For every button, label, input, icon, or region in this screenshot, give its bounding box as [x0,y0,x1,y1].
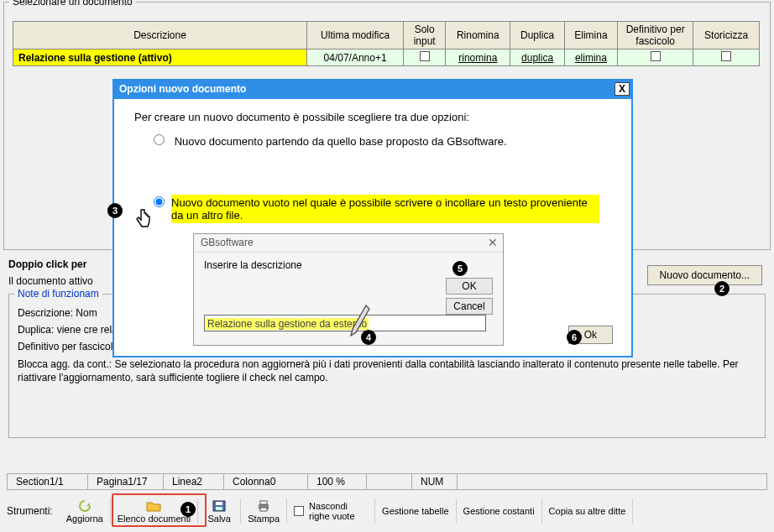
dialog1-title-text: Opzioni nuovo documento [119,83,246,95]
th-duplica: Duplica [510,22,564,50]
gestione-costanti-button[interactable]: Gestione costanti [457,495,541,527]
dialog2-label: Inserire la descrizione [204,259,493,271]
toolbar-label: Strumenti: [7,505,60,517]
status-section: Section1/1 [7,473,87,490]
description-input[interactable] [204,315,486,331]
step-badge-4: 4 [361,330,376,345]
checkbox-definitivo[interactable] [651,51,661,61]
step-badge-2: 2 [714,281,730,296]
cell-ultima-modifica: 04/07/Anno+1 [307,50,404,66]
th-ultima-modifica: Ultima modifica [307,22,404,50]
status-blank2 [457,473,767,490]
new-document-button[interactable]: Nuovo documento... [647,265,762,285]
print-icon [256,499,271,513]
th-solo-input: Solo input [404,22,446,50]
status-colonna: Colonna0 [223,473,307,490]
save-icon [212,499,227,513]
double-click-hint: Doppio click per Il documento attivo [8,258,93,287]
step-badge-1: 1 [180,502,196,517]
dialog1-intro: Per creare un nuovo documento è possibil… [134,111,611,123]
notes-legend: Note di funzionam [14,288,102,300]
cell-descrizione[interactable]: Relazione sulla gestione (attivo) [13,50,307,66]
checkbox-storicizza[interactable] [721,51,731,61]
th-storicizza: Storicizza [693,22,760,50]
dialog2-titlebar[interactable]: GBsoftware ✕ [194,234,503,253]
dialog2-cancel-button[interactable]: Cancel [446,298,493,315]
gestione-tabelle-button[interactable]: Gestione tabelle [375,495,456,527]
panel-legend: Selezionare un documento [9,0,136,8]
step-badge-3: 3 [107,203,123,218]
option1-radio[interactable] [154,134,165,145]
folder-icon [146,499,161,513]
dialog1-titlebar[interactable]: Opzioni nuovo documento X [114,81,631,99]
step-badge-6: 6 [567,330,582,345]
th-descrizione: Descrizione [13,22,307,50]
refresh-icon [77,499,92,513]
status-num: NUM [411,473,457,490]
cell-definitivo[interactable] [618,50,693,66]
step-badge-5: 5 [452,261,468,276]
dialog2-title-text: GBsoftware [201,237,254,248]
th-rinomina: Rinomina [446,22,510,50]
nascondi-righe-checkbox[interactable]: Nascondi righe vuote [287,501,374,521]
status-linea: Linea2 [163,473,223,490]
svg-rect-4 [260,501,267,504]
status-zoom: 100 % [307,473,366,490]
cell-solo-input[interactable] [404,50,446,66]
checkbox-nascondi[interactable] [294,506,304,516]
cell-elimina[interactable]: elimina [564,50,617,66]
option1-label: Nuovo documento partendo da quello base … [175,135,507,148]
dialog1-close-button[interactable]: X [614,82,630,96]
svg-rect-5 [260,508,267,511]
th-definitivo: Definitivo per fascicolo [618,22,693,50]
aggiorna-button[interactable]: Aggiorna [60,495,110,527]
svg-rect-1 [216,502,222,505]
option2-radio[interactable] [154,196,165,207]
documents-table: Descrizione Ultima modifica Solo input R… [13,21,760,66]
status-pagina: Pagina1/17 [87,473,163,490]
copia-altre-ditte-button[interactable]: Copia su altre ditte [542,495,633,527]
status-bar: Section1/1 Pagina1/17 Linea2 Colonna0 10… [7,473,767,490]
option2-row[interactable]: Nuovo documento vuoto nel quale è possib… [149,195,611,223]
hand-cursor-icon [133,208,153,233]
checkbox-solo-input[interactable] [420,51,430,61]
dialog2-ok-button[interactable]: OK [446,278,493,295]
note-blocca: Blocca agg. da cont.: Se selezionato la … [18,357,756,384]
cell-duplica[interactable]: duplica [510,50,564,66]
stampa-button[interactable]: Stampa [241,495,286,527]
svg-rect-2 [216,507,222,510]
tools-toolbar: Strumenti: Aggiorna Elenco documenti Sal… [7,495,767,527]
th-elimina: Elimina [564,22,617,50]
option2-label: Nuovo documento vuoto nel quale è possib… [171,195,599,223]
status-blank1 [366,473,411,490]
dialog2-close-button[interactable]: ✕ [488,236,498,249]
table-row[interactable]: Relazione sulla gestione (attivo) 04/07/… [13,50,760,66]
salva-button[interactable]: Salva [198,495,240,527]
cell-storicizza[interactable] [693,50,760,66]
option1-row[interactable]: Nuovo documento partendo da quello base … [149,132,611,148]
cell-rinomina[interactable]: rinomina [446,50,510,66]
